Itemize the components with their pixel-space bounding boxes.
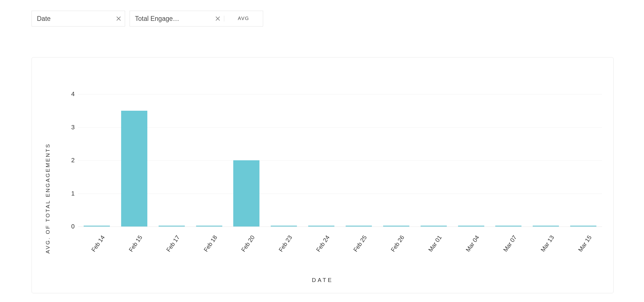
y-axis-title-text: AVG. OF TOTAL ENGAGEMENTS: [45, 143, 51, 254]
y-tick-label: 4: [62, 90, 75, 98]
x-tick-label: Mar 13: [535, 234, 555, 259]
x-tick-label: Mar 04: [461, 234, 481, 259]
chart-bar[interactable]: [383, 226, 409, 226]
chart-bar[interactable]: [346, 226, 372, 226]
baseline: [78, 226, 602, 227]
chart-bar[interactable]: [570, 226, 596, 226]
y-tick-label: 1: [62, 190, 75, 197]
x-tick-label: Feb 15: [124, 234, 144, 259]
x-tick-label: Mar 07: [498, 234, 518, 259]
x-tick-label: Feb 25: [348, 234, 368, 259]
x-axis-title: DATE: [32, 277, 613, 283]
page-root: Date Total Engage… AVG AVG. OF TOTAL ENG…: [0, 0, 644, 302]
close-icon[interactable]: [212, 16, 224, 21]
x-tick-label: Mar 01: [423, 234, 443, 259]
x-axis-ticks: Feb 14Feb 15Feb 17Feb 18Feb 20Feb 23Feb …: [78, 230, 602, 264]
aggregation-selector[interactable]: AVG: [224, 16, 263, 21]
chart-bar[interactable]: [271, 226, 297, 226]
dimension-pill-date[interactable]: Date: [32, 11, 125, 26]
x-tick-label: Feb 17: [161, 234, 181, 259]
x-tick-label: Feb 20: [236, 234, 256, 259]
chart-bar[interactable]: [421, 226, 447, 226]
chart-bar[interactable]: [159, 226, 185, 226]
x-tick-label: Feb 23: [273, 234, 293, 259]
y-axis-title: AVG. OF TOTAL ENGAGEMENTS: [44, 131, 52, 266]
metric-pill-label: Total Engage…: [130, 15, 212, 23]
filter-pills-row: Date Total Engage… AVG: [32, 11, 263, 26]
chart-bar[interactable]: [84, 226, 110, 226]
chart-card: AVG. OF TOTAL ENGAGEMENTS 01234 Feb 14Fe…: [32, 57, 614, 293]
x-tick-label: Mar 15: [573, 234, 593, 259]
chart-bar[interactable]: [121, 111, 147, 226]
chart-bar[interactable]: [308, 226, 334, 226]
y-tick-label: 3: [62, 124, 75, 131]
x-tick-label: Feb 14: [86, 234, 106, 259]
metric-pill-total-engagements[interactable]: Total Engage… AVG: [130, 11, 263, 26]
chart-plot-area: 01234: [78, 69, 602, 226]
gridline: [78, 94, 602, 94]
gridline: [78, 160, 602, 161]
close-icon[interactable]: [112, 16, 125, 21]
chart-bar[interactable]: [196, 226, 222, 226]
chart-bar[interactable]: [495, 226, 521, 226]
chart-bar[interactable]: [233, 160, 259, 226]
gridline: [78, 127, 602, 128]
y-tick-label: 0: [62, 223, 75, 230]
x-tick-label: Feb 26: [386, 234, 406, 259]
x-tick-label: Feb 24: [311, 234, 331, 259]
y-tick-label: 2: [62, 157, 75, 164]
chart-bar[interactable]: [458, 226, 484, 226]
gridline: [78, 194, 602, 194]
x-tick-label: Feb 18: [199, 234, 219, 259]
chart-bar[interactable]: [533, 226, 559, 226]
dimension-pill-label: Date: [32, 15, 112, 23]
